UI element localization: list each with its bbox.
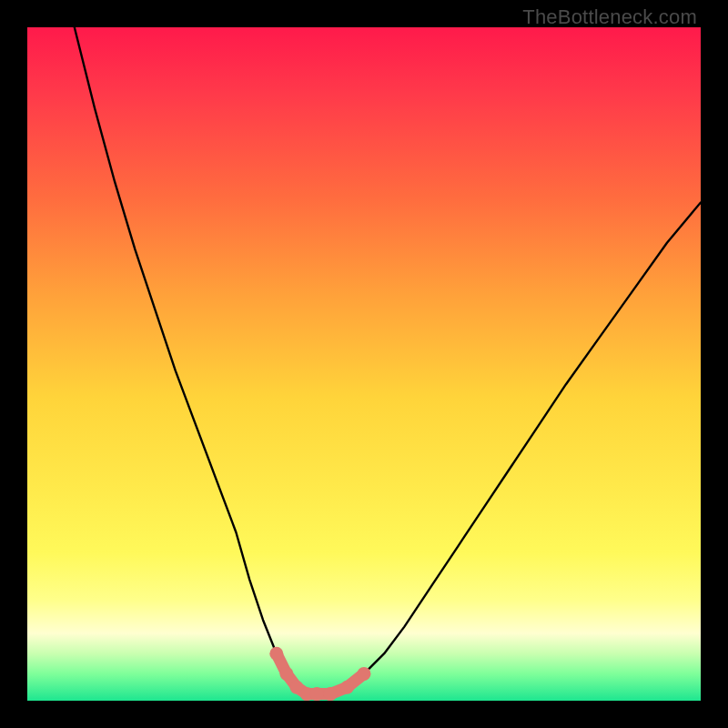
outer-frame: TheBottleneck.com: [0, 0, 728, 728]
watermark-text: TheBottleneck.com: [522, 5, 697, 29]
valley-marker: [340, 681, 354, 694]
bottleneck-curve-line: [75, 27, 701, 694]
chart-svg: [27, 27, 701, 701]
valley-marker: [324, 687, 338, 701]
valley-marker: [279, 667, 293, 681]
valley-marker: [310, 687, 324, 701]
valley-marker: [269, 647, 283, 661]
valley-marker: [358, 667, 371, 681]
